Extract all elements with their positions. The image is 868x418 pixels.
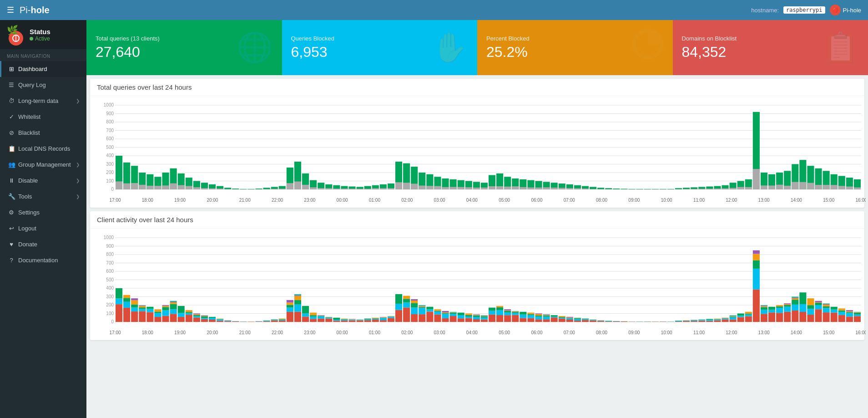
sidebar-item-blacklist-label: Blacklist [18,129,40,136]
sidebar-item-settings-left: ⚙ Settings [8,209,40,216]
sidebar-item-whitelist-label: Whitelist [18,113,40,120]
sidebar-item-ltd-left: ⏱ Long-term data [8,97,58,104]
sidebar-item-docs-left: ? Documentation [8,257,58,264]
sidebar-item-logout-label: Logout [18,225,36,232]
stat-blocked-label: Queries Blocked [291,35,334,42]
sidebar-item-group-mgmt-label: Group Management [18,161,71,168]
stat-total-label: Total queries (13 clients) [96,35,160,42]
nav-left: ☰ Pi-hole [7,5,50,15]
stat-percent-text: Percent Blocked 25.2% [486,35,530,61]
sidebar-item-disable[interactable]: ⏸ Disable ❯ [0,173,86,189]
sidebar-item-donate-left: ♥ Donate [8,241,37,248]
stat-blocked-text: Queries Blocked 6,953 [291,35,334,61]
sidebar-item-local-dns[interactable]: 📋 Local DNS Records [0,141,86,157]
sidebar-item-long-term-data[interactable]: ⏱ Long-term data ❯ [0,93,86,109]
donate-icon: ♥ [8,241,15,248]
stat-card-blocklist: Domains on Blocklist 84,352 📋 [673,20,868,75]
local-dns-icon: 📋 [8,145,15,152]
stat-percent-label: Percent Blocked [486,35,530,42]
sidebar-brand-name: Status [30,28,50,36]
hostname-value: raspberrypi [783,6,825,14]
group-mgmt-icon: 👥 [8,161,15,168]
sidebar-item-settings[interactable]: ⚙ Settings [0,204,86,220]
sidebar-brand-text: Status Active [30,28,50,42]
chevron-tools-icon: ❯ [76,194,80,199]
sidebar-brand: 🌿 Status Active [0,20,86,49]
hamburger-menu[interactable]: ☰ [7,5,14,15]
sidebar-item-tools-label: Tools [18,193,32,200]
sidebar-item-dashboard[interactable]: ⊞ Dashboard [0,61,86,77]
clients-chart-area [90,229,864,340]
chevron-disable-icon: ❯ [76,178,80,183]
sidebar-item-ltd-label: Long-term data [18,97,58,104]
settings-icon: ⚙ [8,209,15,216]
queries-chart-container: Total queries over last 24 hours [90,79,864,208]
stat-card-total-queries: Total queries (13 clients) 27,640 🌐 [86,20,282,75]
pihole-name: Pi-hole [843,7,861,14]
stat-card-percent: Percent Blocked 25.2% [477,20,673,75]
hand-icon: ✋ [432,31,468,65]
chevron-group-icon: ❯ [76,162,80,167]
sidebar-item-bl-left: ⊘ Blacklist [8,129,40,136]
sidebar-item-group-mgmt[interactable]: 👥 Group Management ❯ [0,157,86,173]
sidebar-item-donate-label: Donate [18,241,37,248]
blacklist-icon: ⊘ [8,129,15,136]
top-navbar: ☰ Pi-hole hostname: raspberrypi 🔴 Pi-hol… [0,0,868,20]
app-body: 🌿 Status Active MAIN NAVIGATION ⊞ [0,20,868,418]
status-dot [30,37,33,41]
leaf-icon: 🌿 [7,25,25,35]
sidebar-item-donate[interactable]: ♥ Donate [0,236,86,252]
clients-chart-container: Client activity over last 24 hours [90,211,864,340]
queries-canvas [97,101,866,205]
sidebar-item-grp-left: 👥 Group Management [8,161,71,168]
sidebar: 🌿 Status Active MAIN NAVIGATION ⊞ [0,20,86,418]
sidebar-item-settings-label: Settings [18,209,40,216]
pihole-svg [12,34,20,42]
docs-icon: ? [8,257,15,264]
sidebar-item-dis-left: ⏸ Disable [8,177,38,184]
sidebar-item-blacklist[interactable]: ⊘ Blacklist [0,125,86,141]
queries-chart-title: Total queries over last 24 hours [90,79,864,96]
stat-blocked-value: 6,953 [291,44,334,61]
query-log-icon: ☰ [8,82,15,88]
main-content: Total queries (13 clients) 27,640 🌐 Quer… [86,20,868,418]
sidebar-item-logout-left: ↩ Logout [8,225,36,232]
pie-icon [632,28,664,67]
sidebar-item-dashboard-label: Dashboard [18,66,47,72]
clients-chart-title: Client activity over last 24 hours [90,211,864,229]
stats-row: Total queries (13 clients) 27,640 🌐 Quer… [86,20,868,75]
chevron-icon: ❯ [76,98,80,103]
sidebar-item-local-dns-label: Local DNS Records [18,145,70,152]
sidebar-item-dns-left: 📋 Local DNS Records [8,145,70,152]
sidebar-item-wl-left: ✓ Whitelist [8,113,40,120]
logout-icon: ↩ [8,225,15,232]
tools-icon: 🔧 [8,193,15,200]
stat-total-text: Total queries (13 clients) 27,640 [96,35,160,61]
long-term-icon: ⏱ [8,97,15,104]
list-icon: 📋 [823,31,859,65]
stat-blocklist-value: 84,352 [682,44,737,61]
queries-chart-area [90,96,864,208]
sidebar-item-query-log-label: Query Log [18,82,46,88]
clients-canvas [97,233,866,338]
stat-total-value: 27,640 [96,44,160,61]
sidebar-item-query-log[interactable]: ☰ Query Log [0,77,86,93]
pihole-logo: 🌿 [7,25,25,44]
sidebar-item-disable-label: Disable [18,177,38,184]
sidebar-item-whitelist[interactable]: ✓ Whitelist [0,109,86,125]
status-text: Active [35,36,50,42]
pihole-badge: 🔴 Pi-hole [830,5,861,15]
stat-blocklist-label: Domains on Blocklist [682,35,737,42]
nav-section-label: MAIN NAVIGATION [0,49,86,61]
nav-right: hostname: raspberrypi 🔴 Pi-hole [751,5,861,15]
brand-logo: Pi-hole [20,5,50,15]
sidebar-item-documentation[interactable]: ? Documentation [0,252,86,268]
stat-blocklist-text: Domains on Blocklist 84,352 [682,35,737,61]
disable-icon: ⏸ [8,177,15,184]
brand-hole: hole [30,5,49,15]
sidebar-item-query-log-left: ☰ Query Log [8,82,46,88]
sidebar-item-dashboard-left: ⊞ Dashboard [8,66,47,72]
sidebar-item-tools[interactable]: 🔧 Tools ❯ [0,189,86,204]
sidebar-item-logout[interactable]: ↩ Logout [0,220,86,236]
sidebar-brand-status: Active [30,36,50,42]
